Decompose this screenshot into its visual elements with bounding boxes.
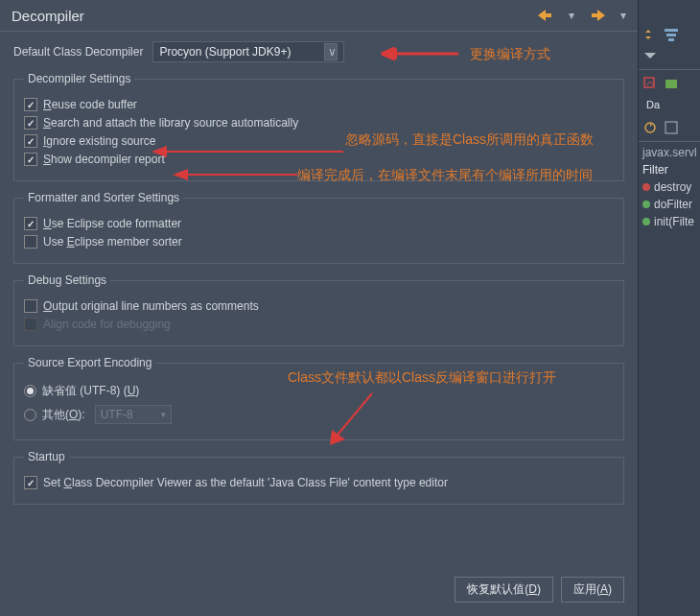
chevron-down-icon: ▾ <box>161 410 166 419</box>
tree-node-filter[interactable]: Filter <box>639 161 700 178</box>
encoding-other-select: UTF-8 ▾ <box>95 405 172 424</box>
formatter-sorter-group: Formatter and Sorter Settings Use Eclips… <box>13 191 624 264</box>
checkbox-label: Set Class Decompiler Viewer as the defau… <box>43 476 448 489</box>
apply-button[interactable]: 应用(A) <box>561 577 624 603</box>
reuse-code-buffer-checkbox[interactable]: Reuse code buffer <box>24 98 614 111</box>
checkbox-icon <box>24 98 37 111</box>
tree-node-method[interactable]: destroy <box>639 178 700 196</box>
method-public-icon <box>642 218 650 225</box>
tree-node-method[interactable]: init(Filte <box>639 213 700 230</box>
side-toolbar-2: Da <box>639 72 700 116</box>
title-bar: Decompiler ▾ ▾ <box>0 0 638 31</box>
page-title: Decompiler <box>12 8 538 24</box>
checkbox-icon <box>24 153 37 166</box>
tree-label: init(Filte <box>654 215 694 228</box>
radio-icon <box>24 385 36 397</box>
checkbox-label: Ignore existing source <box>43 134 155 148</box>
use-eclipse-formatter-checkbox[interactable]: Use Eclipse code formatter <box>24 217 614 230</box>
tree-label: Filter <box>642 163 668 177</box>
tree-label: doFilter <box>654 198 692 211</box>
group-legend: Debug Settings <box>24 273 110 287</box>
expand-icon[interactable] <box>664 120 679 135</box>
checkbox-label: Reuse code buffer <box>43 98 137 111</box>
default-decompiler-select[interactable]: Procyon (Support JDK9+) ∨ <box>152 41 344 62</box>
align-code-checkbox: Align code for debugging <box>24 318 614 331</box>
radio-label: 其他(O): <box>42 407 85 423</box>
back-arrow-icon[interactable] <box>538 10 553 21</box>
group-legend: Startup <box>24 450 69 463</box>
ide-side-panel: Da javax.servl Filter destroy doFilter i… <box>639 0 700 616</box>
side-toolbar <box>639 23 700 67</box>
package-icon[interactable] <box>664 76 679 91</box>
search-attach-source-checkbox[interactable]: Search and attach the library source aut… <box>24 116 614 130</box>
method-private-icon <box>642 183 650 191</box>
svg-rect-0 <box>545 13 551 17</box>
show-decompiler-report-checkbox[interactable]: Show decompiler report <box>24 153 614 166</box>
sync-icon[interactable] <box>642 120 658 135</box>
checkbox-icon <box>24 217 37 230</box>
source-export-encoding-group: Source Export Encoding 缺省值 (UTF-8) (U) 其… <box>13 356 624 440</box>
checkbox-icon <box>24 134 37 148</box>
checkbox-label: Use Eclipse code formatter <box>43 217 181 230</box>
encoding-default-radio[interactable]: 缺省值 (UTF-8) (U) <box>24 383 614 399</box>
tree-label: javax.servl <box>642 146 697 159</box>
svg-rect-4 <box>668 38 674 41</box>
checkbox-label: Align code for debugging <box>43 318 171 331</box>
decompiler-settings-group: Decompiler Settings Reuse code buffer Se… <box>13 72 624 181</box>
default-decompiler-row: Default Class Decompiler Procyon (Suppor… <box>13 41 624 62</box>
group-legend: Formatter and Sorter Settings <box>24 191 183 204</box>
checkbox-label: Use Eclipse member sorter <box>43 235 182 249</box>
select-value: Procyon (Support JDK9+) <box>159 45 291 59</box>
checkbox-label: Output original line numbers as comments <box>43 299 259 313</box>
filter-icon[interactable] <box>664 27 679 42</box>
checkbox-icon <box>24 235 37 249</box>
dropdown-dot-icon[interactable]: ▾ <box>569 9 574 22</box>
tree-node-package[interactable]: javax.servl <box>639 144 700 161</box>
svg-rect-8 <box>665 122 677 133</box>
menu-icon[interactable] <box>642 48 658 63</box>
svg-rect-6 <box>665 80 677 88</box>
nav-arrows: ▾ ▾ <box>538 9 626 22</box>
checkbox-icon <box>24 116 37 130</box>
tree-label: destroy <box>654 180 691 194</box>
dropdown-dot-icon-2[interactable]: ▾ <box>620 9 626 22</box>
method-public-icon <box>642 201 650 208</box>
divider <box>639 69 700 70</box>
checkbox-label: Show decompiler report <box>43 153 165 166</box>
checkbox-icon <box>24 299 37 313</box>
tree-node-method[interactable]: doFilter <box>639 196 700 213</box>
radio-label: 缺省值 (UTF-8) (U) <box>42 383 139 399</box>
encoding-other-radio[interactable]: 其他(O): UTF-8 ▾ <box>24 405 614 424</box>
side-toolbar-3 <box>639 116 700 139</box>
group-legend: Decompiler Settings <box>24 72 134 85</box>
checkbox-icon <box>24 476 37 489</box>
checkbox-label: Search and attach the library source aut… <box>43 116 298 130</box>
group-legend: Source Export Encoding <box>24 356 155 369</box>
default-decompiler-label: Default Class Decompiler <box>13 45 143 59</box>
link-with-editor-icon[interactable] <box>642 27 658 42</box>
ignore-existing-source-checkbox[interactable]: Ignore existing source <box>24 134 614 148</box>
select-value: UTF-8 <box>101 408 133 421</box>
use-eclipse-member-sorter-checkbox[interactable]: Use Eclipse member sorter <box>24 235 614 249</box>
collapse-all-icon[interactable] <box>642 76 658 91</box>
decompiler-preferences-panel: Decompiler ▾ ▾ Default Class Decompiler … <box>0 0 639 616</box>
side-label-da: Da <box>642 97 664 112</box>
chevron-down-icon: ∨ <box>324 43 338 60</box>
settings-body: Default Class Decompiler Procyon (Suppor… <box>0 32 638 524</box>
forward-arrow-icon[interactable] <box>590 10 605 21</box>
set-default-viewer-checkbox[interactable]: Set Class Decompiler Viewer as the defau… <box>24 476 614 489</box>
radio-icon <box>24 409 36 421</box>
dialog-buttons: 恢复默认值(D) 应用(A) <box>455 577 624 603</box>
svg-rect-3 <box>666 34 676 36</box>
svg-rect-1 <box>592 13 598 17</box>
checkbox-icon <box>24 318 37 331</box>
divider <box>639 141 700 142</box>
startup-group: Startup Set Class Decompiler Viewer as t… <box>13 450 624 505</box>
debug-settings-group: Debug Settings Output original line numb… <box>13 273 624 346</box>
svg-rect-2 <box>665 29 678 32</box>
output-line-numbers-checkbox[interactable]: Output original line numbers as comments <box>24 299 614 313</box>
restore-defaults-button[interactable]: 恢复默认值(D) <box>455 577 553 603</box>
